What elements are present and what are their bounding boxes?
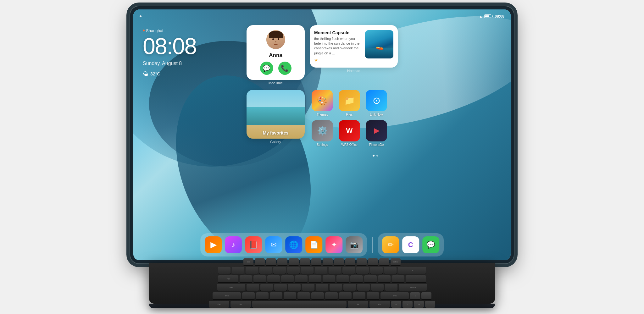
key-up[interactable]: ↑ [410,292,420,299]
key-s[interactable] [260,284,273,291]
key-f12[interactable] [379,258,389,265]
key-z[interactable] [242,292,255,299]
app-settings[interactable]: ⚙️ Settings [310,120,335,148]
key-2[interactable] [246,267,258,274]
key-f11[interactable] [368,258,378,265]
call-button[interactable]: 📞 [278,62,291,75]
key-backslash[interactable] [406,275,426,282]
dock-mail[interactable]: ✉ [265,236,282,253]
key-r[interactable] [281,275,294,282]
key-6[interactable] [301,267,314,274]
dock-camera[interactable]: 📷 [346,236,363,253]
key-v[interactable] [284,292,296,299]
key-f2[interactable] [266,258,276,265]
key-0[interactable] [356,267,369,274]
key-l[interactable] [357,284,370,291]
app-filmora[interactable]: ▶ FilmoraGo [364,120,389,148]
key-esc[interactable]: Esc [243,258,253,265]
dock-pencil[interactable]: ✏ [382,236,399,253]
dock-messages[interactable]: 💬 [422,236,439,253]
key-delete[interactable]: Delete [391,258,401,265]
app-wps[interactable]: W WPS Office [337,120,362,148]
key-j[interactable] [330,284,342,291]
key-pgup[interactable] [421,292,431,299]
dock-docs[interactable]: 📄 [305,236,322,253]
key-tab[interactable]: Tab [218,275,238,282]
key-i[interactable] [336,275,349,282]
key-3[interactable] [259,267,272,274]
dock-photos[interactable]: ✦ [325,236,342,253]
key-minus[interactable] [370,267,383,274]
key-f5[interactable] [300,258,310,265]
key-f[interactable] [288,284,301,291]
key-period[interactable] [353,292,365,299]
key-d[interactable] [274,284,287,291]
key-left[interactable]: ← [391,301,401,308]
message-button[interactable]: 💬 [260,62,273,75]
key-p[interactable] [364,275,377,282]
key-comma[interactable] [339,292,352,299]
key-5[interactable] [287,267,300,274]
key-f8[interactable] [334,258,344,265]
key-f6[interactable] [311,258,321,265]
key-m[interactable] [325,292,338,299]
key-8[interactable] [329,267,341,274]
key-c[interactable] [270,292,282,299]
meetime-widget[interactable]: Anna 💬 📞 [247,25,305,80]
app-linknow[interactable]: ⊙ Link Now [364,90,389,118]
dock-books[interactable]: 📕 [245,236,262,253]
key-backtick[interactable] [218,267,230,274]
app-files[interactable]: 📁 Files [337,90,362,118]
key-pgdn[interactable] [425,301,435,308]
key-f7[interactable] [323,258,333,265]
key-t[interactable] [295,275,308,282]
key-n[interactable] [311,292,324,299]
dock-player[interactable]: ▶ [205,236,222,253]
key-h[interactable] [316,284,328,291]
key-f3[interactable] [277,258,287,265]
app-themes[interactable]: 🎨 Themes [310,90,335,118]
key-o[interactable] [350,275,363,282]
key-ralt[interactable]: Alt [348,301,368,308]
key-right[interactable]: → [414,301,424,308]
key-f4[interactable] [289,258,299,265]
key-rshift[interactable]: Shift [380,292,409,299]
key-quote[interactable] [385,284,397,291]
notepad-widget[interactable]: Moment Capsule the thrilling flush when … [310,25,398,68]
key-f10[interactable] [357,258,367,265]
dock-browser[interactable]: 🌐 [285,236,302,253]
key-y[interactable] [309,275,321,282]
key-4[interactable] [273,267,286,274]
page-dot-2[interactable] [376,155,378,157]
key-equals[interactable] [384,267,397,274]
key-backspace[interactable]: ⌫ [398,267,426,274]
key-down[interactable]: ↓ [402,301,413,308]
key-alt[interactable]: Alt [230,301,251,308]
key-slash[interactable] [367,292,379,299]
key-g[interactable] [302,284,314,291]
key-b[interactable] [297,292,310,299]
key-semicolon[interactable] [371,284,384,291]
key-ctrl[interactable]: Ctrl [209,301,229,308]
keyboard[interactable]: Esc Delete [149,263,495,304]
key-a[interactable] [247,284,259,291]
page-dot-1[interactable] [373,155,375,157]
gallery-widget[interactable]: My favorites [247,90,305,139]
key-f1[interactable] [255,258,265,265]
key-enter[interactable]: Return [399,284,427,291]
key-q[interactable] [240,275,252,282]
key-lbracket[interactable] [378,275,391,282]
key-u[interactable] [323,275,335,282]
key-1[interactable] [232,267,244,274]
key-rctrl[interactable]: Ctrl [369,301,390,308]
dock-canva[interactable]: C [402,236,419,253]
key-f9[interactable] [345,258,355,265]
key-k[interactable] [343,284,356,291]
key-rbracket[interactable] [392,275,404,282]
key-caps[interactable]: Caps [217,284,245,291]
dock-music[interactable]: ♪ [225,236,242,253]
key-x[interactable] [256,292,269,299]
key-9[interactable] [342,267,355,274]
key-e[interactable] [267,275,280,282]
key-w[interactable] [253,275,266,282]
